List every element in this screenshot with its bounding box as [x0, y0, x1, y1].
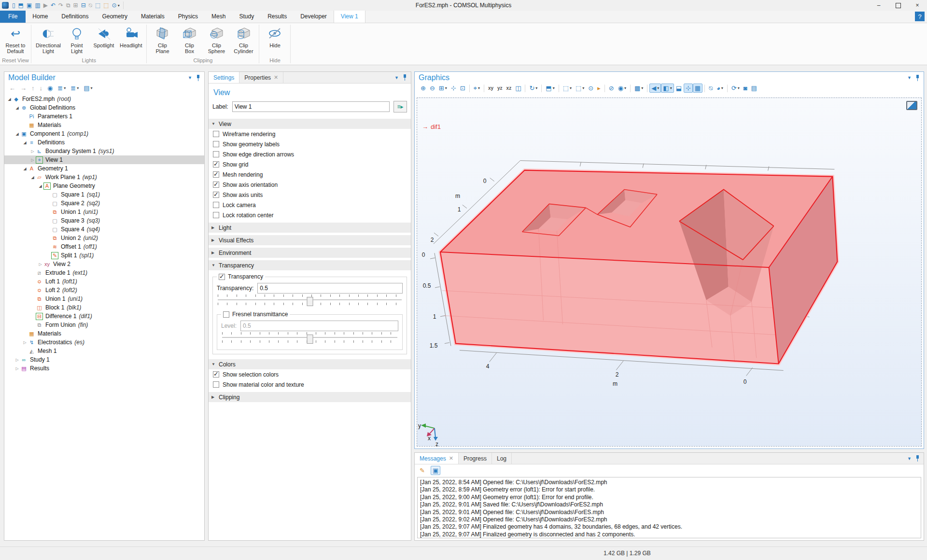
select-box-icon[interactable]: ⬚ ▾ — [561, 84, 574, 93]
tree-expander-icon[interactable] — [14, 358, 20, 362]
tool-icon[interactable]: ▾ — [630, 84, 631, 92]
tree-item[interactable]: ▢ Square 4 (sq4) — [4, 225, 204, 234]
tree-item[interactable]: ▱ Work Plane 1 (wp1) — [4, 173, 204, 182]
tree-item[interactable]: ≎ Loft 1 (loft1) — [4, 277, 204, 286]
rename-button[interactable]: ≡▸ — [393, 101, 407, 112]
clip-plane-button[interactable]: Clip Plane — [149, 24, 176, 55]
center-view-icon[interactable]: ⊹ ▾ — [449, 84, 458, 93]
snapshot-icon[interactable]: ◙ ▾ — [742, 84, 749, 93]
fresnel-checkbox[interactable] — [223, 311, 229, 318]
find-icon[interactable]: ⊙ ▾ — [111, 1, 121, 10]
tool-icon[interactable]: ▾ — [525, 84, 525, 92]
transparency-section-header[interactable]: ▼ Transparency — [209, 260, 411, 270]
tool-icon[interactable]: ▾ — [469, 84, 470, 92]
checkbox[interactable] — [213, 161, 219, 168]
tree-item[interactable]: ▦ Materials — [4, 121, 204, 129]
clear-messages-icon[interactable]: ✎ ▾ — [418, 466, 427, 475]
selection-color-icon[interactable]: ⍉ ▾ — [707, 84, 715, 93]
plot-window-icon[interactable] — [906, 101, 917, 110]
tree-item[interactable]: ⧉ Union 1 (uni1) — [4, 208, 204, 216]
directional-light-button[interactable]: Directional Light — [33, 24, 63, 55]
checkbox-row[interactable]: Lock rotation center — [209, 210, 411, 220]
move-up-icon[interactable]: ↑ ▾ — [29, 84, 37, 93]
checkbox[interactable] — [213, 202, 219, 208]
tree-item[interactable]: ▢ Square 1 (sq1) — [4, 190, 204, 199]
tree-item[interactable]: ✎ Split 1 (spl1) — [4, 251, 204, 260]
tree-item[interactable]: ▦ Materials — [4, 329, 204, 338]
checkbox-row[interactable]: Show axis units — [209, 190, 411, 200]
show-hidden-icon[interactable]: ◉ ▾ — [616, 84, 628, 93]
default-view-icon[interactable]: ⌖ ▾ — [472, 84, 482, 93]
redo-icon[interactable]: ↷ ▾ — [57, 1, 65, 10]
zoom-out-icon[interactable]: ⊖ ▾ — [428, 84, 437, 93]
tree-expander-icon[interactable] — [14, 366, 20, 371]
tree-expander-icon[interactable] — [22, 167, 28, 171]
checkbox-row[interactable]: Mesh rendering — [209, 169, 411, 180]
print-icon[interactable]: ▤ ▾ — [749, 84, 759, 93]
zoom-box-icon[interactable]: ⊞ ▾ — [437, 84, 449, 93]
material-color-icon[interactable]: ◕ ▾ — [715, 84, 725, 93]
tab-messages[interactable]: Messages✕ — [415, 453, 459, 464]
ribbon-tab[interactable]: View 1 — [334, 11, 365, 23]
select-marquee-icon[interactable]: ⬚ ▾ — [94, 1, 102, 10]
level-slider[interactable] — [222, 332, 397, 346]
tree-item[interactable]: ⧉ Union 2 (uni2) — [4, 234, 204, 242]
scene-light-icon[interactable]: ◧ ▾ — [661, 84, 674, 93]
save-as-icon[interactable]: ▥ ▾ — [33, 1, 42, 10]
collapse-all-icon[interactable]: ≣ ▾ — [56, 84, 68, 93]
rotate-icon[interactable]: ↻ ▾ — [527, 84, 539, 93]
maximize-button[interactable] — [888, 0, 908, 11]
tree-item[interactable]: ⊾ Boundary System 1 (sys1) — [4, 147, 204, 155]
tool-icon[interactable]: ▾ — [647, 84, 647, 92]
tool-icon[interactable]: ▾ — [727, 84, 728, 92]
checkbox[interactable] — [213, 171, 219, 178]
tree-item[interactable]: ▢ Square 2 (sq2) — [4, 199, 204, 208]
tree-item[interactable]: ◆ ForES2.mph (root) — [4, 95, 204, 103]
ribbon-tab[interactable]: Definitions — [55, 11, 95, 23]
checkbox[interactable] — [213, 182, 219, 188]
open-file-icon[interactable]: ⬒ ▾ — [17, 1, 25, 10]
checkbox-row[interactable]: Show selection colors — [209, 369, 411, 379]
copy-icon[interactable]: ⧉ ▾ — [65, 1, 72, 10]
tab-settings[interactable]: Settings — [209, 72, 239, 83]
tree-item[interactable]: ≎ Loft 2 (loft2) — [4, 286, 204, 294]
checkbox[interactable] — [213, 371, 219, 378]
tree-settings-icon[interactable]: ▤ ▾ — [82, 84, 94, 93]
reset-to-default-button[interactable]: ↩ Reset to Default — [2, 24, 29, 55]
checkbox[interactable] — [213, 151, 219, 157]
tree-item[interactable]: ▢ Square 3 (sq3) — [4, 216, 204, 225]
ribbon-tab[interactable]: Materials — [134, 11, 171, 23]
tool-icon[interactable]: ▾ — [604, 84, 605, 92]
move-down-icon[interactable]: ↓ ▾ — [38, 84, 45, 93]
tree-expander-icon[interactable] — [14, 132, 20, 136]
ribbon-tab[interactable]: Home — [26, 11, 55, 23]
pin-icon[interactable] — [403, 74, 407, 81]
collapsed-section-header[interactable]: ▶ Environment — [209, 248, 411, 258]
tree-item[interactable]: ∞ Study 1 — [4, 355, 204, 364]
zoom-selected-icon[interactable]: ⊙ ▾ — [586, 84, 595, 93]
tool-icon[interactable]: ▾ — [123, 1, 124, 9]
show-toggle-icon[interactable]: ◉ ▾ — [45, 84, 55, 93]
ribbon-tab[interactable]: File — [0, 11, 26, 23]
new-file-icon[interactable]: ▯ ▾ — [11, 1, 17, 10]
panel-menu-icon[interactable]: ▼ — [394, 75, 399, 80]
tree-expander-icon[interactable] — [37, 184, 43, 188]
checkbox-row[interactable]: Show axis orientation — [209, 180, 411, 190]
collapsed-section-header[interactable]: ▶ Visual Effects — [209, 235, 411, 245]
help-button[interactable]: ? — [915, 12, 925, 21]
tree-item[interactable]: ▣ Component 1 (comp1) — [4, 129, 204, 138]
tree-expander-icon[interactable] — [37, 262, 43, 266]
tree-item[interactable]: ▤ Results — [4, 364, 204, 373]
xy-view-icon[interactable]: xy ▾ — [486, 84, 495, 93]
tree-item[interactable]: ⧉ Union 1 (uni1) — [4, 294, 204, 303]
close-tab-icon[interactable]: ✕ — [449, 455, 453, 462]
yz-view-icon[interactable]: yz ▾ — [495, 84, 505, 93]
tree-item[interactable]: ⧄ Extrude 1 (ext1) — [4, 268, 204, 277]
hide-objects-icon[interactable]: ⊘ ▾ — [607, 84, 616, 93]
checkbox-row[interactable]: Show grid — [209, 159, 411, 169]
tree-expander-icon[interactable] — [22, 140, 28, 145]
tree-expander-icon[interactable] — [29, 175, 36, 180]
environment-icon[interactable]: ⬓ ▾ — [674, 84, 684, 93]
duplicate-icon[interactable]: ⊟ ▾ — [80, 1, 87, 10]
tool-icon[interactable]: ▾ — [559, 84, 559, 92]
